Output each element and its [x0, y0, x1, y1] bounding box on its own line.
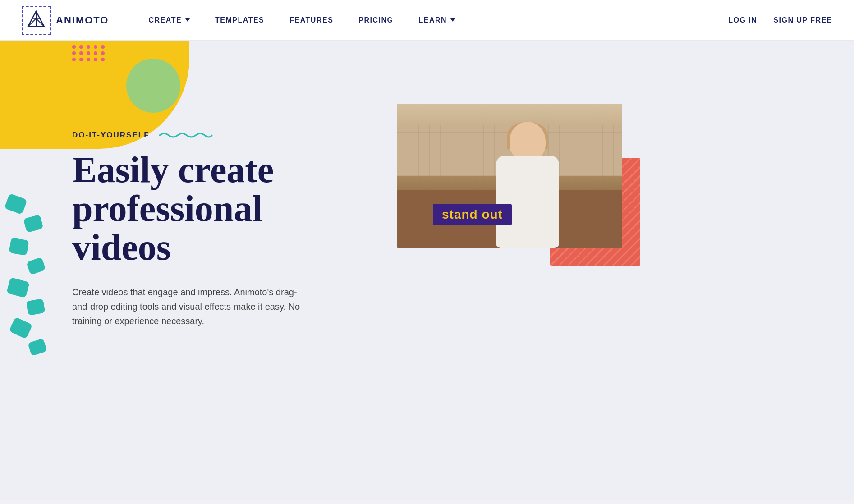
logo-area[interactable]: ANIMOTO — [22, 6, 109, 35]
nav-item-features[interactable]: FEATURES — [277, 16, 346, 24]
stand-out-badge: stand out — [433, 204, 512, 225]
navigation: ANIMOTO CREATE TEMPLATES FEATURES PRICIN… — [0, 0, 854, 41]
pricing-label: PRICING — [358, 16, 393, 24]
nav-item-templates[interactable]: TEMPLATES — [202, 16, 277, 24]
create-label: CREATE — [148, 16, 182, 24]
create-chevron-icon — [185, 18, 190, 22]
animoto-logo-icon — [24, 9, 48, 32]
video-still — [397, 104, 622, 248]
squiggle-decoration — [159, 131, 213, 140]
diy-label-text: DO-IT-YOURSELF — [72, 131, 150, 140]
diy-label-area: DO-IT-YOURSELF — [72, 131, 343, 140]
nav-item-create[interactable]: CREATE — [136, 16, 202, 24]
hero-title: Easily create professional videos — [72, 151, 343, 267]
video-preview-container: stand out — [397, 104, 622, 248]
learn-label: LEARN — [419, 16, 447, 24]
nav-item-learn[interactable]: LEARN — [406, 16, 468, 24]
hero-content: DO-IT-YOURSELF Easily create professiona… — [0, 41, 854, 364]
video-frame[interactable]: stand out — [397, 104, 622, 248]
person-head — [510, 122, 546, 160]
nav-right: LOG IN SIGN UP FREE — [728, 16, 832, 24]
login-button[interactable]: LOG IN — [728, 16, 757, 24]
hero-section: DO-IT-YOURSELF Easily create professiona… — [0, 41, 854, 500]
templates-label: TEMPLATES — [215, 16, 264, 24]
person-body — [496, 156, 559, 248]
hero-text-block: DO-IT-YOURSELF Easily create professiona… — [72, 131, 343, 328]
logo-wrapper — [22, 6, 51, 35]
person-figure — [482, 122, 573, 248]
signup-button[interactable]: SIGN UP FREE — [773, 16, 832, 24]
nav-item-pricing[interactable]: PRICING — [346, 16, 406, 24]
hero-description: Create videos that engage and impress. A… — [72, 285, 307, 328]
logo-text: ANIMOTO — [56, 14, 109, 26]
features-label: FEATURES — [289, 16, 333, 24]
nav-links: CREATE TEMPLATES FEATURES PRICING LEARN — [136, 16, 728, 24]
learn-chevron-icon — [450, 18, 455, 22]
